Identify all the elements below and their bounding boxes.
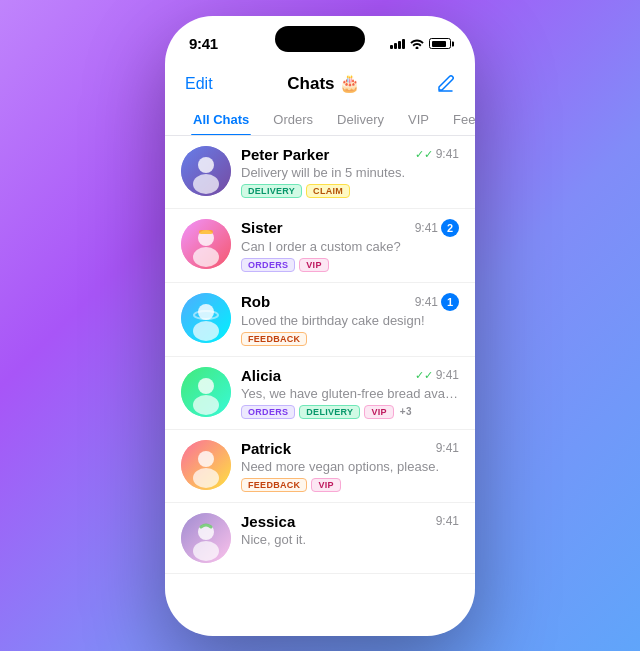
chat-top-sister: Sister 9:41 2 xyxy=(241,219,459,237)
tag-vip-alicia: VIP xyxy=(364,405,393,419)
chat-top-alicia: Alicia ✓✓ 9:41 xyxy=(241,367,459,384)
chat-meta-peter-parker: ✓✓ 9:41 xyxy=(415,147,459,161)
tag-feedback-rob: FEEDBACK xyxy=(241,332,307,346)
svg-rect-6 xyxy=(199,230,213,234)
svg-point-19 xyxy=(193,541,219,561)
chat-meta-rob: 9:41 1 xyxy=(415,293,459,311)
chat-time-rob: 9:41 xyxy=(415,295,438,309)
tab-orders[interactable]: Orders xyxy=(261,104,325,135)
svg-point-2 xyxy=(193,174,219,194)
edit-button[interactable]: Edit xyxy=(185,75,213,93)
tab-delivery[interactable]: Delivery xyxy=(325,104,396,135)
chat-item-sister[interactable]: Sister 9:41 2 Can I order a custom cake?… xyxy=(165,209,475,283)
battery-fill xyxy=(432,41,446,47)
chat-item-jessica[interactable]: Jessica 9:41 Nice, got it. xyxy=(165,503,475,574)
chat-message-patrick: Need more vegan options, please. xyxy=(241,459,459,474)
chat-content-rob: Rob 9:41 1 Loved the birthday cake desig… xyxy=(241,293,459,346)
avatar-rob xyxy=(181,293,231,343)
signal-bar-1 xyxy=(390,45,393,49)
status-time: 9:41 xyxy=(189,35,218,52)
chat-name-peter-parker: Peter Parker xyxy=(241,146,329,163)
chat-content-patrick: Patrick 9:41 Need more vegan options, pl… xyxy=(241,440,459,492)
tab-vip[interactable]: VIP xyxy=(396,104,441,135)
svg-point-12 xyxy=(198,378,214,394)
chat-name-jessica: Jessica xyxy=(241,513,295,530)
tabs-container: All Chats Orders Delivery VIP Feedback xyxy=(165,104,475,136)
chat-message-peter-parker: Delivery will be in 5 minutes. xyxy=(241,165,459,180)
chat-time-patrick: 9:41 xyxy=(436,441,459,455)
chat-top-patrick: Patrick 9:41 xyxy=(241,440,459,457)
chat-content-alicia: Alicia ✓✓ 9:41 Yes, we have gluten-free … xyxy=(241,367,459,419)
header: Edit Chats 🎂 xyxy=(165,64,475,104)
avatar-patrick xyxy=(181,440,231,490)
chat-item-rob[interactable]: Rob 9:41 1 Loved the birthday cake desig… xyxy=(165,283,475,357)
tab-all-chats[interactable]: All Chats xyxy=(181,104,261,135)
tags-alicia: ORDERS DELIVERY VIP +3 xyxy=(241,405,459,419)
badge-sister: 2 xyxy=(441,219,459,237)
tag-orders-alicia: ORDERS xyxy=(241,405,295,419)
status-icons xyxy=(390,38,451,49)
svg-point-15 xyxy=(198,451,214,467)
svg-point-13 xyxy=(193,395,219,415)
phone-frame: 9:41 Edit Chats 🎂 xyxy=(165,16,475,636)
tag-claim: CLAIM xyxy=(306,184,350,198)
tags-sister: ORDERS VIP xyxy=(241,258,459,272)
page-title: Chats 🎂 xyxy=(287,73,360,94)
tag-delivery-alicia: DELIVERY xyxy=(299,405,360,419)
svg-point-1 xyxy=(198,157,214,173)
chat-content-peter-parker: Peter Parker ✓✓ 9:41 Delivery will be in… xyxy=(241,146,459,198)
chat-message-jessica: Nice, got it. xyxy=(241,532,459,547)
chat-top-peter-parker: Peter Parker ✓✓ 9:41 xyxy=(241,146,459,163)
chat-time-peter-parker: 9:41 xyxy=(436,147,459,161)
svg-point-16 xyxy=(193,468,219,488)
read-check-alicia: ✓✓ xyxy=(415,369,433,382)
chat-content-sister: Sister 9:41 2 Can I order a custom cake?… xyxy=(241,219,459,272)
tag-vip-sister: VIP xyxy=(299,258,328,272)
signal-bar-4 xyxy=(402,39,405,49)
tags-rob: FEEDBACK xyxy=(241,332,459,346)
tags-patrick: FEEDBACK VIP xyxy=(241,478,459,492)
svg-point-9 xyxy=(193,321,219,341)
chat-name-rob: Rob xyxy=(241,293,270,310)
avatar-jessica xyxy=(181,513,231,563)
chat-name-alicia: Alicia xyxy=(241,367,281,384)
tag-orders-sister: ORDERS xyxy=(241,258,295,272)
svg-point-5 xyxy=(193,247,219,267)
chat-time-sister: 9:41 xyxy=(415,221,438,235)
chat-message-rob: Loved the birthday cake design! xyxy=(241,313,459,328)
chat-time-jessica: 9:41 xyxy=(436,514,459,528)
avatar-peter-parker xyxy=(181,146,231,196)
tabs: All Chats Orders Delivery VIP Feedback xyxy=(165,104,475,135)
tab-feedback[interactable]: Feedback xyxy=(441,104,475,135)
chat-meta-alicia: ✓✓ 9:41 xyxy=(415,368,459,382)
chat-list: Peter Parker ✓✓ 9:41 Delivery will be in… xyxy=(165,136,475,574)
chat-item-alicia[interactable]: Alicia ✓✓ 9:41 Yes, we have gluten-free … xyxy=(165,357,475,430)
compose-button[interactable] xyxy=(435,74,455,94)
avatar-alicia xyxy=(181,367,231,417)
read-check-peter-parker: ✓✓ xyxy=(415,148,433,161)
dynamic-island xyxy=(275,26,365,52)
chat-meta-sister: 9:41 2 xyxy=(415,219,459,237)
chat-item-patrick[interactable]: Patrick 9:41 Need more vegan options, pl… xyxy=(165,430,475,503)
chat-item-peter-parker[interactable]: Peter Parker ✓✓ 9:41 Delivery will be in… xyxy=(165,136,475,209)
signal-bars-icon xyxy=(390,39,405,49)
tags-peter-parker: DELIVERY CLAIM xyxy=(241,184,459,198)
signal-bar-2 xyxy=(394,43,397,49)
chat-message-sister: Can I order a custom cake? xyxy=(241,239,459,254)
badge-rob: 1 xyxy=(441,293,459,311)
chat-meta-jessica: 9:41 xyxy=(436,514,459,528)
chat-name-patrick: Patrick xyxy=(241,440,291,457)
tag-vip-patrick: VIP xyxy=(311,478,340,492)
tag-more-alicia: +3 xyxy=(398,405,414,418)
battery-icon xyxy=(429,38,451,49)
chat-message-alicia: Yes, we have gluten-free bread available… xyxy=(241,386,459,401)
chat-content-jessica: Jessica 9:41 Nice, got it. xyxy=(241,513,459,551)
wifi-icon xyxy=(410,38,424,49)
tag-delivery: DELIVERY xyxy=(241,184,302,198)
avatar-sister xyxy=(181,219,231,269)
tag-feedback-patrick: FEEDBACK xyxy=(241,478,307,492)
signal-bar-3 xyxy=(398,41,401,49)
chat-time-alicia: 9:41 xyxy=(436,368,459,382)
chat-name-sister: Sister xyxy=(241,219,283,236)
chat-top-jessica: Jessica 9:41 xyxy=(241,513,459,530)
